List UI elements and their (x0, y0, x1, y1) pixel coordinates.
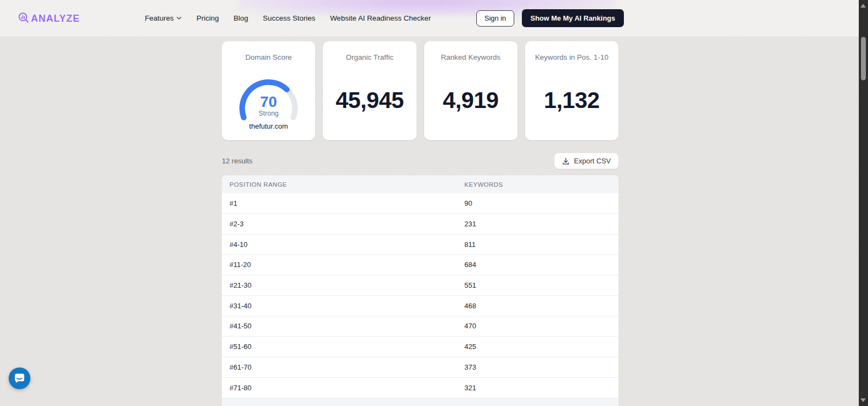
scrollbar-up-arrow-icon[interactable] (860, 4, 866, 8)
card-title: Ranked Keywords (424, 53, 518, 61)
nav-item-label: Website AI Readiness Checker (330, 14, 431, 22)
chat-bubble-icon (14, 372, 25, 384)
metric-card: Organic Traffic 45,945 (323, 41, 416, 140)
card-value: 45,945 (323, 87, 416, 113)
logo[interactable]: ANALYZE (18, 12, 80, 26)
table-row: #21-30 551 (222, 275, 618, 296)
table-row: #71-80 321 (222, 377, 618, 398)
domain-score-value: 70 (232, 93, 305, 111)
nav-item-success-stories[interactable]: Success Stories (263, 14, 316, 22)
card-value: 4,919 (424, 87, 518, 113)
position-range-cell: #31-40 (222, 295, 457, 316)
download-icon (562, 157, 570, 165)
card-title: Organic Traffic (323, 53, 416, 61)
table-header-row: POSITION RANGE KEYWORDS (222, 175, 618, 193)
metric-card: Keywords in Pos. 1-10 1,132 (525, 41, 618, 140)
card-title: Keywords in Pos. 1-10 (525, 53, 618, 61)
keywords-count-cell: 811 (457, 234, 618, 255)
position-range-cell: #41-50 (222, 316, 457, 337)
position-range-table: POSITION RANGE KEYWORDS #1 90 #2-3 231 #… (222, 175, 618, 406)
keywords-count-cell: 373 (457, 357, 618, 378)
table-row: #4-10 811 (222, 234, 618, 255)
card-value: 1,132 (525, 87, 618, 113)
show-rankings-button[interactable]: Show Me My AI Rankings (522, 9, 624, 27)
top-navigation-bar: ANALYZE Features Pricing Blog Success St… (0, 0, 859, 36)
nav-item-label: Features (145, 14, 174, 22)
nav-item-label: Success Stories (263, 14, 316, 22)
export-csv-button[interactable]: Export CSV (554, 153, 618, 169)
sign-in-button[interactable]: Sign in (476, 10, 514, 27)
table-row: #31-40 468 (222, 295, 618, 316)
nav-item-website-ai-readiness-checker[interactable]: Website AI Readiness Checker (330, 14, 431, 22)
table-row: #61-70 373 (222, 357, 618, 378)
keywords-count-cell: 90 (457, 193, 618, 214)
card-title: Domain Score (222, 53, 315, 61)
metric-card: Ranked Keywords 4,919 (424, 41, 518, 140)
analyzed-domain: thefutur.com (222, 122, 315, 130)
scrollbar-thumb[interactable] (861, 37, 866, 80)
header-actions: Sign in Show Me My AI Rankings (476, 0, 624, 36)
keywords-count-cell: 425 (457, 337, 618, 357)
keywords-count-cell: 321 (457, 377, 618, 398)
position-range-cell: #4-10 (222, 234, 457, 255)
logo-text: ANALYZE (31, 13, 80, 24)
main-nav: Features Pricing Blog Success Stories (145, 0, 431, 36)
nav-item-label: Blog (234, 14, 248, 22)
column-header-position-range: POSITION RANGE (222, 175, 457, 193)
domain-score-card: Domain Score 70 Strong thefutur.com (222, 41, 315, 140)
position-range-cell: #2-3 (222, 214, 457, 234)
nav-item-features[interactable]: Features (145, 14, 182, 22)
results-bar: 12 results Export CSV (222, 153, 618, 169)
stat-cards-row: Domain Score 70 Strong thefutur.com Orga… (222, 41, 618, 140)
table-next-row-partial (222, 398, 618, 406)
table-row: #1 90 (222, 193, 618, 214)
domain-score-rating: Strong (232, 110, 305, 117)
keywords-count-cell: 470 (457, 316, 618, 337)
analyze-magnifier-chart-icon (18, 12, 29, 26)
table-row: #11-20 684 (222, 255, 618, 275)
chevron-down-icon (176, 16, 182, 20)
results-count: 12 results (222, 157, 252, 165)
position-range-cell: #51-60 (222, 337, 457, 357)
position-range-cell: #11-20 (222, 255, 457, 275)
export-csv-label: Export CSV (574, 157, 611, 165)
nav-item-pricing[interactable]: Pricing (196, 14, 219, 22)
keywords-count-cell: 231 (457, 214, 618, 234)
live-chat-button[interactable] (9, 367, 30, 389)
position-range-cell: #21-30 (222, 275, 457, 296)
position-range-cell: #71-80 (222, 377, 457, 398)
scrollbar-down-arrow-icon[interactable] (860, 398, 866, 402)
keywords-count-cell: 468 (457, 295, 618, 316)
table-row: #51-60 425 (222, 337, 618, 357)
domain-score-gauge: 70 Strong (232, 76, 305, 123)
column-header-keywords: KEYWORDS (457, 175, 618, 193)
nav-item-label: Pricing (196, 14, 219, 22)
vertical-scrollbar[interactable] (859, 0, 868, 406)
keywords-count-cell: 684 (457, 255, 618, 275)
table-row: #2-3 231 (222, 214, 618, 234)
nav-item-blog[interactable]: Blog (234, 14, 248, 22)
keywords-count-cell: 551 (457, 275, 618, 296)
position-range-cell: #1 (222, 193, 457, 214)
table-row: #41-50 470 (222, 316, 618, 337)
position-range-cell: #61-70 (222, 357, 457, 378)
main-content: Domain Score 70 Strong thefutur.com Orga… (222, 41, 618, 406)
